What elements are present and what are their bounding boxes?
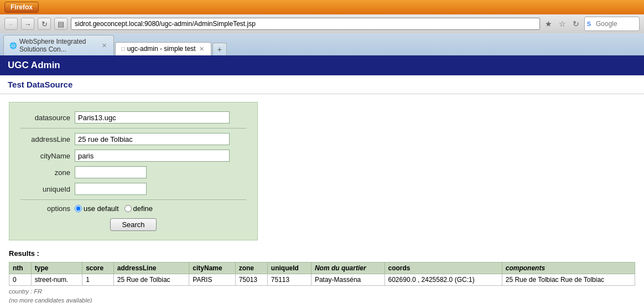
address-bar[interactable] bbox=[71, 18, 540, 30]
search-engine-label: S bbox=[584, 17, 640, 31]
city-label: cityName bbox=[20, 152, 70, 160]
search-input[interactable] bbox=[593, 18, 637, 30]
zone-row: zone bbox=[20, 166, 246, 178]
cell-zone: 75013 bbox=[235, 274, 267, 286]
bookmark-star-icon[interactable]: ★ bbox=[543, 19, 554, 29]
cell-coords: 602690.0 , 2425582.0 (GC:1) bbox=[385, 274, 502, 286]
zone-label: zone bbox=[20, 168, 70, 177]
section-title: Test DataSource bbox=[0, 75, 644, 94]
cell-score: 1 bbox=[82, 274, 114, 286]
cell-uniqueid: 75113 bbox=[267, 274, 311, 286]
results-label: Results : bbox=[9, 249, 635, 258]
tabs-bar: 🌐 WebSphere Integrated Solutions Con... … bbox=[0, 33, 644, 55]
tab-ugcadmin[interactable]: □ ugc-admin - simple test ✕ bbox=[115, 42, 211, 55]
col-addressline: addressLine bbox=[113, 263, 189, 274]
app-title: UGC Admin bbox=[8, 60, 60, 70]
cell-addressline: 25 Rue de Tolbiac bbox=[113, 274, 189, 286]
bookmark-star2-icon[interactable]: ☆ bbox=[557, 19, 568, 29]
tab-websphere[interactable]: 🌐 WebSphere Integrated Solutions Con... … bbox=[3, 35, 114, 55]
options-row: options use default define bbox=[20, 204, 246, 213]
radio-define-item[interactable]: define bbox=[124, 204, 153, 213]
signal-button[interactable]: ▤ bbox=[54, 18, 67, 30]
tab-label-active: ugc-admin - simple test bbox=[127, 45, 196, 53]
table-row: 0 street-num. 1 25 Rue de Tolbiac PARIS … bbox=[9, 274, 635, 286]
result-sub2: (no more candidates available) bbox=[9, 297, 635, 303]
nav-bar: ← → ↻ ▤ ★ ☆ ↻ S bbox=[0, 14, 644, 33]
firefox-button[interactable]: Firefox bbox=[4, 2, 39, 13]
radio-group: use default define bbox=[75, 204, 153, 213]
search-btn-row: Search bbox=[20, 218, 246, 231]
city-input[interactable] bbox=[75, 150, 230, 162]
col-score: score bbox=[82, 263, 114, 274]
datasource-input[interactable] bbox=[75, 111, 230, 124]
radio-default-label: use default bbox=[84, 204, 119, 213]
table-header-row: nth type score addressLine cityName zone… bbox=[9, 263, 635, 274]
datasource-label: datasource bbox=[20, 114, 70, 122]
app-header: UGC Admin bbox=[0, 55, 644, 75]
cell-type: street-num. bbox=[31, 274, 82, 286]
results-table: nth type score addressLine cityName zone… bbox=[9, 262, 635, 286]
title-bar: Firefox bbox=[0, 0, 644, 14]
address-input[interactable] bbox=[75, 133, 230, 145]
col-components: components bbox=[502, 263, 635, 274]
col-coords: coords bbox=[385, 263, 502, 274]
col-nth: nth bbox=[9, 263, 32, 274]
refresh-icon[interactable]: ↻ bbox=[571, 19, 581, 29]
col-zone: zone bbox=[235, 263, 267, 274]
col-uniqueid: uniqueId bbox=[267, 263, 311, 274]
zone-input[interactable] bbox=[75, 166, 147, 178]
tab-close-websphere[interactable]: ✕ bbox=[101, 42, 108, 49]
uniqueid-input[interactable] bbox=[75, 183, 147, 195]
uniqueid-row: uniqueId bbox=[20, 183, 246, 195]
options-label: options bbox=[20, 204, 70, 213]
radio-default-item[interactable]: use default bbox=[75, 204, 119, 213]
new-tab-button[interactable]: + bbox=[212, 43, 227, 55]
history-button[interactable]: ↻ bbox=[38, 18, 51, 30]
form-divider1 bbox=[20, 128, 246, 129]
result-sub1: country : FR bbox=[9, 288, 635, 295]
cell-nom-quartier: Patay-Masséna bbox=[311, 274, 385, 286]
form-area: datasource addressLine cityName zone uni… bbox=[9, 102, 258, 240]
col-cityname: cityName bbox=[189, 263, 235, 274]
form-divider2 bbox=[20, 199, 246, 200]
cell-nth: 0 bbox=[9, 274, 32, 286]
radio-define-label: define bbox=[133, 204, 153, 213]
back-button[interactable]: ← bbox=[4, 18, 18, 30]
address-label: addressLine bbox=[20, 135, 70, 143]
radio-define-input[interactable] bbox=[124, 205, 132, 212]
tab-close-ugcadmin[interactable]: ✕ bbox=[198, 45, 205, 53]
col-type: type bbox=[31, 263, 82, 274]
cell-components: 25 Rue de Tolbiac Rue de Tolbiac bbox=[502, 274, 635, 286]
radio-default-input[interactable] bbox=[75, 205, 82, 212]
uniqueid-label: uniqueId bbox=[20, 185, 70, 193]
address-row: addressLine bbox=[20, 133, 246, 145]
col-nom-quartier: Nom du quartier bbox=[311, 263, 385, 274]
city-row: cityName bbox=[20, 150, 246, 162]
forward-button[interactable]: → bbox=[21, 18, 34, 30]
datasource-row: datasource bbox=[20, 111, 246, 124]
cell-cityname: PARIS bbox=[189, 274, 235, 286]
main-content: datasource addressLine cityName zone uni… bbox=[0, 94, 644, 303]
tab-label: WebSphere Integrated Solutions Con... bbox=[19, 38, 98, 53]
search-button[interactable]: Search bbox=[110, 218, 156, 231]
